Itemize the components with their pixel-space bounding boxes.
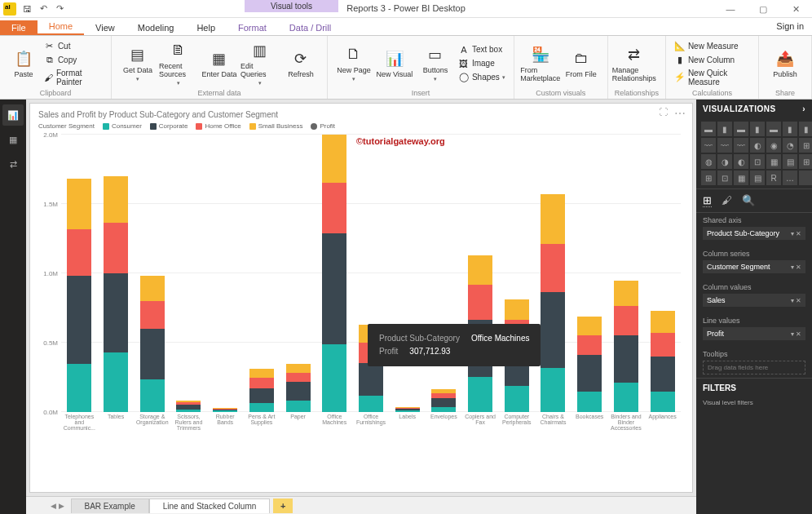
tooltips-section: Tooltips Drag data fields here [696, 347, 812, 378]
shared-axis-section: Shared axis Product Sub-Category▾ ✕ [696, 213, 812, 246]
viz-type-icon[interactable]: ◍ [701, 154, 716, 169]
recent-sources-button[interactable]: 🗎Recent Sources▾ [159, 39, 198, 87]
filters-sublabel: Visual level filters [696, 397, 812, 408]
viz-type-icon[interactable]: ◔ [783, 138, 797, 153]
viz-type-icon[interactable]: ▬ [766, 122, 781, 136]
refresh-button[interactable]: ⟳Refresh [281, 39, 320, 87]
viz-type-icon[interactable]: ◐ [750, 138, 765, 153]
file-tab[interactable]: File [0, 20, 38, 35]
data-view-button[interactable]: ▦ [2, 129, 24, 150]
sign-in-link[interactable]: Sign in [776, 21, 804, 31]
viz-type-icon[interactable] [799, 171, 812, 185]
format-tab[interactable]: Format [227, 20, 278, 35]
external-data-group: ▤Get Data▾ 🗎Recent Sources▾ ▦Enter Data … [112, 36, 328, 99]
enter-data-icon: ▦ [210, 49, 229, 69]
viz-type-icon[interactable]: ◐ [734, 154, 748, 169]
get-data-icon: ▤ [128, 45, 148, 64]
view-tab[interactable]: View [84, 20, 126, 35]
format-mode-icon[interactable]: 🖌 [722, 194, 732, 207]
viz-type-icon[interactable]: R [766, 171, 781, 185]
viz-type-icon[interactable]: ▤ [750, 171, 765, 185]
help-tab[interactable]: Help [185, 20, 227, 35]
relation-icon: ⇄ [624, 45, 644, 64]
new-column-button[interactable]: ▮New Column [673, 54, 752, 67]
fields-mode-icon[interactable]: ⊞ [703, 194, 712, 207]
shapes-button[interactable]: ◯Shapes▾ [457, 71, 507, 84]
home-tab[interactable]: Home [38, 19, 84, 35]
window-title: Reports 3 - Power BI Desktop [346, 3, 466, 13]
analytics-mode-icon[interactable]: 🔍 [742, 194, 755, 207]
viz-type-icon[interactable]: ⊞ [701, 171, 716, 185]
model-view-button[interactable]: ⇄ [2, 153, 24, 175]
viz-type-icon[interactable]: 〰 [734, 138, 748, 153]
copy-button[interactable]: ⧉Copy [42, 54, 104, 67]
viz-type-icon[interactable]: ▮ [717, 122, 732, 136]
viz-type-icon[interactable]: ⊞ [799, 154, 812, 169]
modeling-tab[interactable]: Modeling [126, 20, 186, 35]
column-values-section: Column values Sales▾ ✕ [696, 280, 812, 313]
viz-type-icon[interactable]: ▮ [750, 122, 765, 136]
shared-axis-well[interactable]: Product Sub-Category▾ ✕ [703, 227, 805, 240]
viz-type-icon[interactable]: ▦ [766, 154, 781, 169]
text-box-button[interactable]: AText box [457, 43, 507, 56]
undo-icon[interactable]: ↶ [38, 3, 49, 15]
manage-relationships-button[interactable]: ⇄Manage Relationships [615, 39, 654, 87]
paste-button[interactable]: 📋Paste [7, 39, 41, 87]
buttons-button[interactable]: ▭Buttons▾ [416, 39, 455, 87]
viz-type-icon[interactable]: 〰 [717, 138, 732, 153]
column-values-well[interactable]: Sales▾ ✕ [703, 294, 805, 307]
viz-type-icon[interactable]: … [783, 171, 797, 185]
focus-mode-icon[interactable]: ⛶ [659, 107, 668, 117]
data-drill-tab[interactable]: Data / Drill [278, 20, 342, 35]
sheet-tab-bar-example[interactable]: BAR Example [71, 498, 149, 513]
viz-type-icon[interactable]: ▮ [783, 122, 797, 136]
line-values-well[interactable]: Profit▾ ✕ [703, 327, 805, 340]
add-sheet-button[interactable]: + [273, 498, 293, 513]
viz-type-icon[interactable]: ⊡ [717, 171, 732, 185]
edit-queries-button[interactable]: ▥Edit Queries▾ [241, 39, 280, 87]
market-icon: 🏪 [531, 45, 550, 64]
chart-more-icon[interactable]: ⋯ [674, 107, 686, 120]
viz-type-icon[interactable]: ◉ [766, 138, 781, 153]
close-button[interactable]: ✕ [779, 0, 812, 18]
new-page-button[interactable]: 🗋New Page▾ [334, 39, 373, 87]
sheet-tab-line-stacked[interactable]: Line and Stacked Column [149, 498, 271, 513]
get-data-button[interactable]: ▤Get Data▾ [118, 39, 157, 87]
chart-legend: Customer Segment Consumer Corporate Home… [38, 122, 684, 130]
new-measure-button[interactable]: 📐New Measure [673, 40, 752, 53]
measure-icon: 📐 [674, 41, 686, 52]
report-view-button[interactable]: 📊 [2, 104, 24, 126]
chart-canvas[interactable]: ⛶ ⋯ Sales and Profit by Product Sub-Cate… [29, 103, 693, 493]
viz-type-icon[interactable]: ⊞ [799, 138, 812, 153]
viz-type-icon[interactable]: ▬ [701, 122, 716, 136]
viz-type-icon[interactable]: 〰 [701, 138, 716, 153]
collapse-icon[interactable]: › [802, 104, 805, 113]
viz-type-icon[interactable]: ▦ [734, 171, 748, 185]
publish-button[interactable]: 📤Publish [766, 39, 805, 87]
enter-data-button[interactable]: ▦Enter Data [200, 39, 239, 87]
tooltips-well[interactable]: Drag data fields here [703, 361, 805, 374]
viz-type-icon[interactable]: ⊡ [750, 154, 765, 169]
viz-type-icon[interactable]: ▤ [783, 154, 797, 169]
redo-icon[interactable]: ↷ [54, 3, 65, 15]
save-icon[interactable]: 🖫 [21, 3, 33, 15]
minimize-button[interactable]: — [714, 0, 747, 18]
x-axis-labels: Telephones and Communic...TablesStorage … [61, 414, 681, 445]
viz-type-icon[interactable]: ▬ [734, 122, 748, 136]
viz-type-grid: ▬▮▬▮▬▮▮〰〰〰◐◉◔⊞◍◑◐⊡▦▤⊞⊞⊡▦▤R… [696, 118, 812, 188]
new-visual-button[interactable]: 📊New Visual [375, 39, 414, 87]
format-painter-button[interactable]: 🖌Format Painter [42, 68, 104, 87]
paste-icon: 📋 [14, 49, 33, 69]
viz-type-icon[interactable]: ▮ [799, 122, 812, 136]
legend-item-consumer: Consumer [103, 122, 142, 130]
from-file-button[interactable]: 🗀From File [562, 39, 601, 87]
viz-type-icon[interactable]: ◑ [717, 154, 732, 169]
new-quick-measure-button[interactable]: ⚡New Quick Measure [673, 68, 752, 87]
image-button[interactable]: 🖼Image [457, 57, 507, 70]
cut-button[interactable]: ✂Cut [42, 40, 104, 53]
visualizations-header: VISUALIZATIONS› [696, 100, 812, 118]
maximize-button[interactable]: ▢ [747, 0, 779, 18]
from-marketplace-button[interactable]: 🏪From Marketplace [521, 39, 560, 87]
legend-item-profit: Profit [311, 122, 335, 130]
column-series-well[interactable]: Customer Segment▾ ✕ [703, 260, 805, 273]
